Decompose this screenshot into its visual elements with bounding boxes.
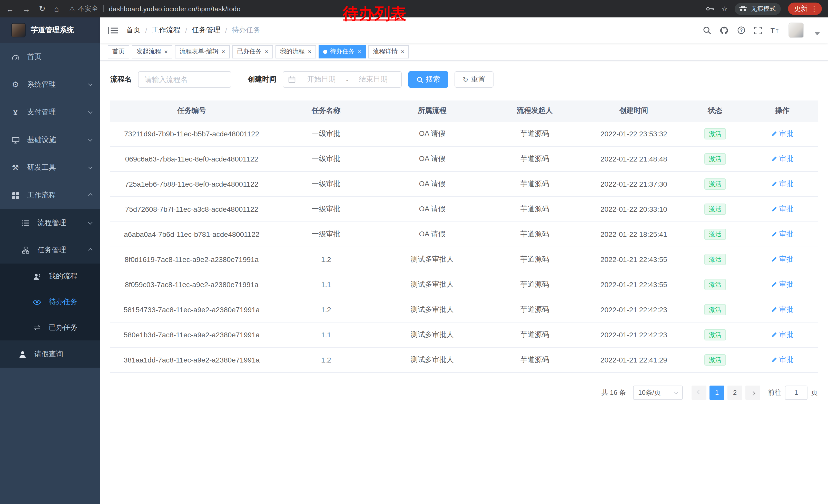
- sidebar-item-infra[interactable]: 基础设施: [0, 126, 100, 154]
- approve-link[interactable]: 审批: [771, 129, 794, 138]
- sidebar-item-label: 工作流程: [27, 191, 89, 200]
- sidebar-item-label: 流程管理: [37, 218, 89, 227]
- update-button[interactable]: 更新 ⋮: [788, 3, 822, 15]
- avatar[interactable]: [788, 22, 804, 38]
- page-button-2[interactable]: 2: [728, 385, 742, 400]
- page-size-select[interactable]: 10条/页: [633, 385, 683, 400]
- cell-initiator: 芋道源码: [485, 272, 584, 297]
- reload-icon[interactable]: ↻: [39, 4, 45, 13]
- font-size-icon[interactable]: TT: [771, 27, 780, 34]
- goto-page-input[interactable]: [785, 385, 808, 400]
- tab-done-tasks[interactable]: 已办任务 ×: [233, 45, 273, 58]
- github-icon[interactable]: [720, 26, 729, 35]
- tab-process-detail[interactable]: 流程详情 ×: [368, 45, 409, 58]
- approve-link[interactable]: 审批: [771, 255, 794, 264]
- sidebar-item-todo-tasks[interactable]: 待办任务: [0, 289, 100, 315]
- tab-todo-tasks[interactable]: 待办任务 ×: [319, 45, 366, 58]
- warning-icon: ⚠: [69, 5, 75, 12]
- sidebar-item-workflow[interactable]: 工作流程: [0, 182, 100, 209]
- approve-link[interactable]: 审批: [771, 330, 794, 339]
- workflow-submenu: 流程管理 任务管理 我的流程: [0, 209, 100, 368]
- forward-icon[interactable]: →: [23, 4, 30, 13]
- page-unit-label: 页: [811, 388, 818, 397]
- approve-link[interactable]: 审批: [771, 355, 794, 364]
- bookmark-star-icon[interactable]: ☆: [721, 5, 728, 12]
- sidebar-item-payment[interactable]: ¥ 支付管理: [0, 98, 100, 126]
- page-button-1[interactable]: 1: [709, 385, 724, 400]
- tabs-bar: 首页 发起流程 × 流程表单-编辑 × 已办任务 × 我的流程 ×: [100, 43, 828, 60]
- tab-form-edit[interactable]: 流程表单-编辑 ×: [175, 45, 230, 58]
- prev-page-button[interactable]: [692, 385, 706, 400]
- hamburger-icon[interactable]: [108, 27, 118, 34]
- sidebar-item-leave-query[interactable]: 请假查询: [0, 340, 100, 368]
- cell-task-id: 73211d9d-7b9b-11ec-b5b7-acde48001122: [110, 121, 273, 146]
- address-bar[interactable]: ⚠ 不安全 dashboard.yudao.iocoder.cn/bpm/tas…: [69, 4, 241, 13]
- edit-icon: [771, 155, 777, 162]
- status-badge: 激活: [704, 354, 726, 365]
- sidebar-item-label: 待办任务: [49, 297, 92, 307]
- cell-process: 测试多审批人: [379, 322, 485, 347]
- approve-link[interactable]: 审批: [771, 154, 794, 163]
- sidebar-item-system[interactable]: ⚙ 系统管理: [0, 71, 100, 98]
- sidebar-item-home[interactable]: 首页: [0, 43, 100, 71]
- svg-text:T: T: [771, 27, 775, 34]
- close-icon[interactable]: ×: [164, 48, 168, 55]
- sidebar-item-task-mgmt[interactable]: 任务管理: [0, 236, 100, 264]
- search-icon: [417, 76, 423, 83]
- close-icon[interactable]: ×: [308, 48, 312, 55]
- search-icon[interactable]: [703, 26, 711, 34]
- close-icon[interactable]: ×: [401, 48, 404, 55]
- close-icon[interactable]: ×: [265, 48, 268, 55]
- search-button[interactable]: 搜索: [408, 71, 448, 88]
- breadcrumb-home[interactable]: 首页: [126, 26, 140, 35]
- edit-icon: [771, 281, 777, 287]
- tab-label: 已办任务: [237, 47, 262, 56]
- approve-link[interactable]: 审批: [771, 204, 794, 214]
- table-row: 580e1b3d-7ac8-11ec-a9e2-a2380e71991a 1.1…: [110, 322, 818, 347]
- avatar-caret-icon[interactable]: [815, 32, 820, 35]
- tab-my-process[interactable]: 我的流程 ×: [276, 45, 316, 58]
- user-voice-icon: [32, 273, 42, 280]
- breadcrumb-task-mgmt[interactable]: 任务管理: [192, 26, 220, 35]
- next-page-button[interactable]: [745, 385, 760, 400]
- reset-button[interactable]: ↻ 重置: [455, 71, 494, 88]
- sidebar-item-process-mgmt[interactable]: 流程管理: [0, 209, 100, 236]
- tab-home[interactable]: 首页: [108, 45, 129, 58]
- back-icon[interactable]: ←: [6, 4, 14, 13]
- sidebar-item-devtools[interactable]: ⚒ 研发工具: [0, 154, 100, 182]
- cell-action: 审批: [747, 347, 818, 372]
- sidebar-item-done-tasks[interactable]: 已办任务: [0, 315, 100, 340]
- help-icon[interactable]: ?: [737, 26, 745, 34]
- cell-created: 2022-01-21 22:43:55: [584, 272, 683, 297]
- home-icon[interactable]: ⌂: [54, 4, 59, 13]
- cell-action: 审批: [747, 121, 818, 146]
- browser-menu-icon[interactable]: ⋮: [811, 5, 818, 12]
- navbar-actions: ? TT: [703, 22, 820, 38]
- cell-action: 审批: [747, 146, 818, 171]
- chevron-down-icon: [89, 221, 92, 224]
- close-icon[interactable]: ×: [222, 48, 225, 55]
- approve-link[interactable]: 审批: [771, 305, 794, 314]
- breadcrumb-workflow[interactable]: 工作流程: [152, 26, 180, 35]
- cell-initiator: 芋道源码: [485, 322, 584, 347]
- total-count: 共 16 条: [602, 388, 626, 397]
- gear-icon: ⚙: [10, 80, 20, 89]
- approve-label: 审批: [779, 280, 794, 289]
- cell-action: 审批: [747, 222, 818, 246]
- fullscreen-icon[interactable]: [754, 27, 762, 34]
- close-icon[interactable]: ×: [358, 48, 361, 55]
- approve-link[interactable]: 审批: [771, 229, 794, 239]
- approve-link[interactable]: 审批: [771, 179, 794, 188]
- status-badge: 激活: [704, 304, 726, 315]
- person-icon: [17, 351, 28, 358]
- date-range-picker[interactable]: 开始日期 - 结束日期: [283, 71, 402, 88]
- tab-start-process[interactable]: 发起流程 ×: [132, 45, 172, 58]
- process-name-input[interactable]: [138, 71, 232, 88]
- url-text[interactable]: dashboard.yudao.iocoder.cn/bpm/task/todo: [109, 5, 241, 12]
- password-key-icon[interactable]: [706, 7, 714, 11]
- breadcrumb-separator: /: [225, 26, 227, 34]
- sidebar-item-my-process[interactable]: 我的流程: [0, 264, 100, 289]
- logo[interactable]: 芋道管理系统: [0, 17, 100, 43]
- approve-link[interactable]: 审批: [771, 280, 794, 289]
- cell-created: 2022-01-21 22:42:23: [584, 322, 683, 347]
